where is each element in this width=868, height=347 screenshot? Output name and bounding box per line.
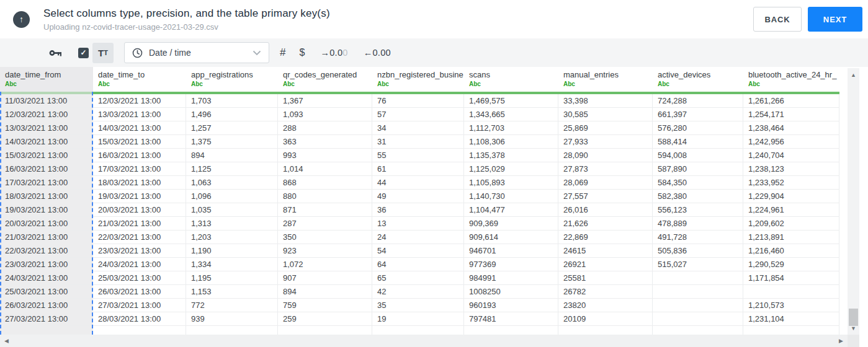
cell-date_time_to[interactable]: 22/03/2021 13:00 <box>93 231 186 244</box>
cell-app_registrations[interactable]: 1,203 <box>186 231 278 244</box>
cell-date_time_from[interactable]: 22/03/2021 13:00 <box>0 244 93 257</box>
cell-app_registrations[interactable]: 1,334 <box>186 258 278 271</box>
cell-bluetooth_active_24_hr_[interactable]: 1,224,961 <box>743 203 839 216</box>
cell-bluetooth_active_24_hr_[interactable]: 1,233,952 <box>743 176 839 189</box>
cell-app_registrations[interactable]: 1,703 <box>186 94 278 107</box>
back-button[interactable]: BACK <box>753 7 802 32</box>
cell-date_time_from[interactable]: 20/03/2021 13:00 <box>0 217 93 230</box>
decimal-shift-left-button[interactable]: ←0.00 <box>364 48 391 58</box>
include-column-checkbox[interactable]: ✓ <box>78 48 89 58</box>
cell-app_registrations[interactable]: 1,125 <box>186 162 278 175</box>
cell-qr_codes_generated[interactable]: 1,367 <box>278 94 372 107</box>
cell-manual_entries[interactable]: 28,090 <box>558 149 653 162</box>
cell-active_devices[interactable]: 584,350 <box>653 176 743 189</box>
cell-date_time_to[interactable]: 21/03/2021 13:00 <box>93 217 186 230</box>
cell-date_time_to[interactable]: 15/03/2021 13:00 <box>93 135 186 148</box>
cell-nzbn_registered_busine[interactable]: 54 <box>372 244 464 257</box>
cell-manual_entries[interactable]: 26,016 <box>558 203 653 216</box>
cell-date_time_to[interactable]: 19/03/2021 13:00 <box>93 190 186 203</box>
cell-app_registrations[interactable]: 1,035 <box>186 203 278 216</box>
cell-nzbn_registered_busine[interactable]: 55 <box>372 149 464 162</box>
cell-manual_entries[interactable]: 25,869 <box>558 121 653 134</box>
cell-nzbn_registered_busine[interactable]: 36 <box>372 203 464 216</box>
cell-scans[interactable]: 909,369 <box>464 217 558 230</box>
cell-qr_codes_generated[interactable]: 287 <box>278 217 372 230</box>
cell-active_devices[interactable]: 491,728 <box>653 231 743 244</box>
cell-bluetooth_active_24_hr_[interactable]: 1,210,573 <box>743 299 839 312</box>
cell-app_registrations[interactable]: 1,153 <box>186 285 278 298</box>
vertical-scrollbar-thumb[interactable] <box>849 309 858 326</box>
cell-app_registrations[interactable]: 1,375 <box>186 135 278 148</box>
cell-nzbn_registered_busine[interactable]: 44 <box>372 176 464 189</box>
scroll-down-icon[interactable]: ▼ <box>851 326 856 332</box>
cell-bluetooth_active_24_hr_[interactable] <box>743 326 839 335</box>
cell-date_time_from[interactable]: 27/03/2021 13:00 <box>0 312 93 325</box>
primary-key-icon[interactable] <box>48 48 62 58</box>
cell-app_registrations[interactable]: 939 <box>186 312 278 325</box>
cell-bluetooth_active_24_hr_[interactable]: 1,231,104 <box>743 312 839 325</box>
column-header-date_time_to[interactable]: date_time_toAbc <box>93 67 186 94</box>
next-button[interactable]: NEXT <box>808 7 862 32</box>
cell-app_registrations[interactable] <box>186 326 278 335</box>
horizontal-scrollbar[interactable]: ◀ ▶ <box>0 335 848 347</box>
cell-qr_codes_generated[interactable]: 923 <box>278 244 372 257</box>
cell-scans[interactable]: 977369 <box>464 258 558 271</box>
cell-date_time_to[interactable]: 20/03/2021 13:00 <box>93 203 186 216</box>
cell-bluetooth_active_24_hr_[interactable]: 1,238,464 <box>743 121 839 134</box>
cell-nzbn_registered_busine[interactable]: 19 <box>372 312 464 325</box>
cell-date_time_to[interactable]: 23/03/2021 13:00 <box>93 244 186 257</box>
cell-date_time_to[interactable]: 13/03/2021 13:00 <box>93 108 186 121</box>
cell-nzbn_registered_busine[interactable]: 31 <box>372 135 464 148</box>
cell-active_devices[interactable] <box>653 326 743 335</box>
cell-date_time_from[interactable]: 19/03/2021 13:00 <box>0 203 93 216</box>
cell-bluetooth_active_24_hr_[interactable]: 1,229,904 <box>743 190 839 203</box>
cell-qr_codes_generated[interactable]: 259 <box>278 312 372 325</box>
column-header-bluetooth_active_24_hr_[interactable]: bluetooth_active_24_hr_Abc <box>743 67 839 94</box>
cell-active_devices[interactable] <box>653 312 743 325</box>
cell-nzbn_registered_busine[interactable]: 49 <box>372 190 464 203</box>
cell-manual_entries[interactable]: 25581 <box>558 271 653 284</box>
cell-manual_entries[interactable]: 22,869 <box>558 231 653 244</box>
cell-app_registrations[interactable]: 1,313 <box>186 217 278 230</box>
cell-active_devices[interactable]: 582,380 <box>653 190 743 203</box>
cell-qr_codes_generated[interactable]: 907 <box>278 271 372 284</box>
cell-scans[interactable]: 1008250 <box>464 285 558 298</box>
cell-scans[interactable]: 797481 <box>464 312 558 325</box>
cell-app_registrations[interactable]: 1,496 <box>186 108 278 121</box>
cell-date_time_from[interactable]: 14/03/2021 13:00 <box>0 135 93 148</box>
cell-date_time_to[interactable]: 17/03/2021 13:00 <box>93 162 186 175</box>
cell-manual_entries[interactable]: 24615 <box>558 244 653 257</box>
cell-date_time_from[interactable]: 18/03/2021 13:00 <box>0 190 93 203</box>
cell-active_devices[interactable] <box>653 299 743 312</box>
cell-scans[interactable]: 909,614 <box>464 231 558 244</box>
cell-manual_entries[interactable]: 27,557 <box>558 190 653 203</box>
cell-bluetooth_active_24_hr_[interactable]: 1,209,602 <box>743 217 839 230</box>
cell-bluetooth_active_24_hr_[interactable]: 1,216,460 <box>743 244 839 257</box>
cell-nzbn_registered_busine[interactable]: 65 <box>372 271 464 284</box>
column-header-nzbn_registered_busine[interactable]: nzbn_registered_busineAbc <box>372 67 464 94</box>
cell-bluetooth_active_24_hr_[interactable]: 1,240,704 <box>743 149 839 162</box>
cell-app_registrations[interactable]: 1,190 <box>186 244 278 257</box>
cell-date_time_to[interactable]: 27/03/2021 13:00 <box>93 299 186 312</box>
scroll-right-icon[interactable]: ▶ <box>839 338 843 344</box>
cell-app_registrations[interactable]: 1,063 <box>186 176 278 189</box>
cell-scans[interactable]: 1,108,306 <box>464 135 558 148</box>
column-header-scans[interactable]: scansAbc <box>464 67 558 94</box>
cell-app_registrations[interactable]: 772 <box>186 299 278 312</box>
currency-type-button[interactable]: $ <box>299 47 305 58</box>
cell-qr_codes_generated[interactable]: 350 <box>278 231 372 244</box>
cell-scans[interactable] <box>464 326 558 335</box>
cell-bluetooth_active_24_hr_[interactable]: 1,242,956 <box>743 135 839 148</box>
cell-qr_codes_generated[interactable]: 894 <box>278 285 372 298</box>
cell-bluetooth_active_24_hr_[interactable] <box>743 285 839 298</box>
cell-nzbn_registered_busine[interactable]: 61 <box>372 162 464 175</box>
column-header-date_time_from[interactable]: date_time_fromAbc <box>0 67 93 94</box>
cell-date_time_to[interactable]: 14/03/2021 13:00 <box>93 121 186 134</box>
cell-manual_entries[interactable]: 30,585 <box>558 108 653 121</box>
cell-date_time_to[interactable] <box>93 326 186 335</box>
cell-bluetooth_active_24_hr_[interactable]: 1,290,529 <box>743 258 839 271</box>
cell-date_time_to[interactable]: 24/03/2021 13:00 <box>93 258 186 271</box>
cell-qr_codes_generated[interactable]: 288 <box>278 121 372 134</box>
cell-bluetooth_active_24_hr_[interactable]: 1,171,854 <box>743 271 839 284</box>
cell-manual_entries[interactable]: 26782 <box>558 285 653 298</box>
